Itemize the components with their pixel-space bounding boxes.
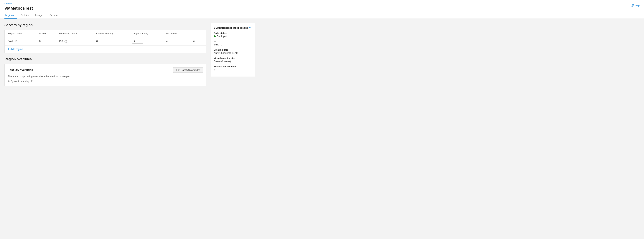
table-row: East US 0 196 ⓘ 0 4 [5,37,206,46]
tab-details[interactable]: Details [18,12,32,18]
edit-build-details-icon[interactable]: ✏ [249,26,251,29]
vm-size-label: Virtual machine size [214,57,252,60]
overrides-card: East US overrides Edit East US overrides… [4,64,206,86]
creation-date-value: April 14, 2022 9:48 AM [214,52,252,54]
col-region-name: Region name [5,30,36,37]
col-target-standby: Target standby [129,30,163,37]
help-icon: ? [631,4,634,7]
col-remaining-quota: Remaining quota [56,30,93,37]
back-label: Builds [6,2,12,5]
tab-navigation: Regions Details Usage Servers [4,12,640,18]
build-status-label: Build status [214,32,252,34]
servers-per-machine-value: 4 [214,68,252,71]
tab-usage[interactable]: Usage [32,12,46,18]
page-title: VMMetricsTest [4,5,640,12]
tab-regions[interactable]: Regions [4,12,17,18]
region-overrides-title: Region overrides [4,57,206,61]
build-details-card: VMMetricsTest build details ✏ Build stat… [211,23,255,77]
back-link[interactable]: ‹ Builds [4,0,640,5]
servers-per-machine-row: Servers per machine 4 [214,65,252,71]
edit-east-us-overrides-button[interactable]: Edit East US overrides [173,67,203,73]
dynamic-standby-status: Dynamic standby off [8,80,203,83]
side-panel: VMMetricsTest build details ✏ Build stat… [211,23,255,86]
help-label: Help [634,4,640,7]
quota-info-icon[interactable]: ⓘ [64,40,67,43]
id-value: Build ID [214,43,252,46]
servers-by-region-card: Region name Active Remaining quota Curre… [4,30,206,53]
build-status-value: Deployed [214,35,252,38]
cell-region-name: East US [5,37,36,46]
build-details-title: VMMetricsTest build details ✏ [214,26,252,29]
build-status-row: Build status Deployed [214,32,252,38]
creation-date-row: Creation date April 14, 2022 9:48 AM [214,48,252,54]
cell-target-standby[interactable] [129,37,163,46]
vm-size-row: Virtual machine size Dasv4 (2 cores) [214,57,252,63]
col-maximum: Maximum [163,30,189,37]
cell-active: 0 [36,37,56,46]
servers-table: Region name Active Remaining quota Curre… [5,30,206,46]
tab-servers[interactable]: Servers [46,12,62,18]
servers-by-region-title: Servers by region [4,23,206,27]
target-standby-input[interactable] [132,39,143,44]
vm-size-value: Dasv4 (2 cores) [214,60,252,63]
servers-per-machine-label: Servers per machine [214,65,252,68]
overrides-header: East US overrides Edit East US overrides [8,67,203,73]
col-current-standby: Current standby [93,30,129,37]
no-overrides-text: There are no upcoming overrides schedule… [8,75,203,78]
standby-dot [8,80,10,82]
add-region-label: Add region [10,48,23,50]
add-region-row[interactable]: + Add region [5,46,206,53]
dynamic-standby-label: Dynamic standby off [10,80,32,83]
id-row: ID Build ID [214,40,252,46]
back-arrow: ‹ [4,2,5,5]
deployed-dot [214,36,216,37]
cell-maximum: 4 [163,37,189,46]
cell-delete[interactable]: 🗑 [189,37,206,46]
cell-current-standby: 0 [93,37,129,46]
cell-remaining-quota: 196 ⓘ [56,37,93,46]
main-panel: Servers by region Region name Active Rem… [4,23,206,86]
east-us-overrides-title: East US overrides [8,68,33,72]
id-label: ID [214,40,252,43]
servers-table-container: Region name Active Remaining quota Curre… [5,30,206,46]
col-active: Active [36,30,56,37]
col-actions [189,30,206,37]
creation-date-label: Creation date [214,48,252,51]
delete-region-button[interactable]: 🗑 [192,39,197,43]
plus-icon: + [8,48,9,51]
help-button[interactable]: ? Help [631,4,640,7]
